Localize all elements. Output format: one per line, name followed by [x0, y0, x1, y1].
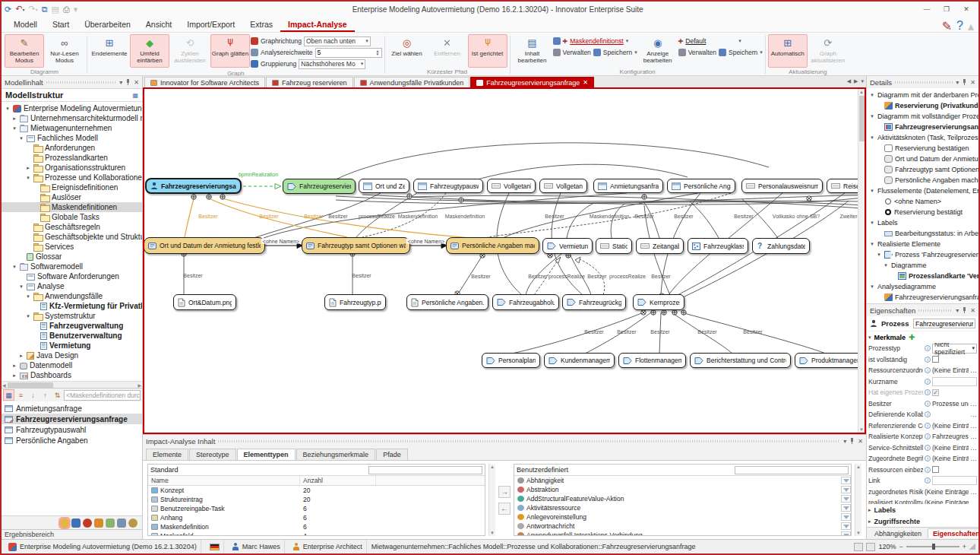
expand-icon[interactable]: ▾ — [876, 252, 882, 258]
tree-item[interactable]: Prozesslandkarten — [2, 153, 142, 163]
collapsed-section-zugriffsrechte[interactable]: ▸Zugriffsrechte — [867, 515, 978, 527]
sort-desc-button[interactable]: ↑ — [40, 389, 51, 401]
sort-asc-button[interactable]: ↓ — [27, 389, 39, 401]
impact-tab-stereotype[interactable]: Stereotype — [189, 449, 236, 460]
tree-item[interactable]: Kfz-Vermietung für Privatkunden — [2, 301, 142, 311]
expand-icon[interactable]: ▾ — [869, 92, 875, 98]
details-item[interactable]: <ohne Namen> — [867, 196, 978, 207]
list-view-button[interactable]: ≡ — [15, 389, 27, 401]
menu-tab-impact-analyse[interactable]: Impact-Analyse — [280, 17, 355, 32]
diagram-node[interactable]: Fahrzeugrückgabe — [562, 294, 626, 310]
tree-item[interactable]: Glossar — [2, 252, 142, 262]
diagram-node[interactable]: Kundenmanagement — [544, 353, 615, 368]
document-tab[interactable]: Fahrzeugreservierungsanfrage✕ — [470, 77, 594, 87]
add-merkmal-icon[interactable]: ✚ — [909, 333, 915, 341]
table-row[interactable]: Maskenfeld4 — [148, 531, 485, 535]
tree-item[interactable]: Services — [2, 242, 142, 252]
diagram-node[interactable]: Vollgetankt? — [487, 179, 536, 193]
diagram-node[interactable]: Fahrzeugtypauswahl — [413, 179, 483, 193]
details-item[interactable]: ▾Diagramm mit vollständiger Prozessanzei… — [867, 111, 978, 122]
pin-icon[interactable] — [962, 79, 967, 85]
tree-item[interactable]: ▾Prozesse und Kollaborationen — [2, 173, 142, 182]
dropdown-icon[interactable]: ▾ — [956, 79, 959, 86]
zoom-out-icon[interactable]: − — [899, 543, 903, 550]
diagram-node[interactable]: Personalplanung — [482, 353, 540, 368]
tree-item[interactable]: Fahrzeugverwaltung — [2, 321, 142, 331]
details-item[interactable]: Reservierung (Privatkunden) — [867, 100, 978, 111]
details-item[interactable]: Reservierung bestätigt — [867, 207, 978, 217]
pin-icon[interactable] — [849, 438, 855, 444]
close-button[interactable]: ✕ — [957, 4, 975, 15]
info-icon[interactable]: i — [925, 357, 931, 363]
expand-icon[interactable]: ▾ — [25, 175, 31, 181]
pin-icon[interactable] — [125, 79, 131, 85]
document-tab[interactable]: Innovator for Software Architects — [144, 77, 265, 87]
inhalt-bearbeiten-button[interactable]: ▤Inhalt bearbeiten — [513, 34, 552, 68]
tree-item[interactable]: ▾Mietwagenunternehmen — [2, 123, 142, 133]
speichern-button[interactable]: Speichern — [603, 49, 632, 56]
property-value[interactable]: (Keine Einträge)… — [932, 455, 977, 462]
expand-icon[interactable]: ▾ — [869, 113, 875, 119]
details-item[interactable]: Bearbeitungsstatus: in Arbeit — [867, 228, 978, 239]
property-value[interactable]: (Keine Einträge)… — [932, 366, 977, 374]
document-tab[interactable]: Fahrzeug reservieren — [266, 77, 353, 87]
diagram-node[interactable]: Zeitangabe — [636, 238, 684, 254]
details-item[interactable]: ▾Diagramme — [867, 260, 978, 271]
tree-item[interactable]: ▾Anwendungsfälle — [2, 291, 142, 301]
table-row[interactable]: Antwortnachricht — [514, 522, 851, 531]
diagram-node[interactable]: ?Zahlungsdaten — [752, 238, 810, 254]
entfernen-button[interactable]: ✕Entfernen — [428, 34, 467, 68]
info-icon[interactable]: i — [925, 467, 931, 473]
property-value[interactable] — [932, 476, 977, 485]
diagram-node[interactable]: Station — [596, 238, 632, 254]
impact-tab-pfade[interactable]: Pfade — [376, 449, 408, 460]
details-item[interactable]: Ort und Datum der Anmietung festleg — [867, 154, 978, 164]
expand-icon[interactable]: ▸ — [868, 519, 871, 525]
expand-icon[interactable]: ▾ — [869, 220, 875, 226]
property-value[interactable] — [932, 466, 977, 473]
ziel-waehlen-button[interactable]: ◎Ziel wählen — [387, 34, 427, 68]
table-row[interactable]: Aktivitätsressource — [514, 503, 851, 512]
diagram-node[interactable]: Produktmanagement — [795, 353, 866, 368]
tree-item[interactable]: Geschäftsregeln — [2, 222, 142, 232]
filter-button[interactable] — [841, 513, 851, 521]
copy-icon[interactable]: ⧉ — [42, 5, 48, 14]
details-item[interactable]: ▾Prozess 'Fahrzeugreservierung' — [867, 249, 978, 260]
collapse-ribbon-icon[interactable]: ▴ — [968, 19, 974, 33]
sync-icon[interactable]: ⟳ — [5, 5, 11, 14]
link-view-icon[interactable] — [117, 519, 126, 528]
diagram-node[interactable]: Fahrzeugtyp samt Optionen wählen — [302, 237, 410, 254]
close-tab-icon[interactable]: ✕ — [583, 79, 588, 86]
mask-search-combo[interactable]: <Maskendefinitionen durc▾ — [64, 390, 141, 401]
diagram-node[interactable]: Vollgetankt? — [539, 179, 587, 193]
resize-grip[interactable] — [969, 544, 975, 550]
style-icon[interactable]: ✎ — [942, 19, 952, 33]
diagram-node[interactable]: Fahrzeugklasse — [688, 238, 748, 254]
details-item[interactable]: Reservierung bestätigen — [867, 143, 978, 154]
analysis-range-spinner[interactable]: 5▲▼ — [315, 48, 382, 58]
expand-icon[interactable]: ▸ — [11, 116, 17, 122]
group-button[interactable]: ⇅ — [52, 389, 63, 401]
diagram-node[interactable]: Fahrzeugabholung — [492, 294, 559, 310]
property-textbox[interactable] — [932, 377, 977, 386]
diagram-node[interactable]: Persönliche Angaben — [667, 179, 735, 193]
ellipsis-button[interactable]: … — [970, 455, 977, 462]
impact-tab-elemente[interactable]: Elemente — [146, 449, 188, 460]
expand-icon[interactable]: ▾ — [869, 241, 875, 247]
tree-item[interactable]: Auslöser — [2, 192, 142, 202]
expand-icon[interactable]: ▾ — [5, 106, 11, 112]
property-value[interactable]: Fahrzeugreserv… — [932, 433, 977, 440]
info-icon[interactable]: i — [925, 401, 931, 407]
table-row[interactable]: AddStructuralFeatureValue-Aktion — [514, 494, 851, 503]
expand-icon[interactable]: ▸ — [868, 507, 871, 513]
zoom-in-icon[interactable]: + — [963, 543, 966, 550]
model-view-icon[interactable] — [71, 519, 81, 528]
umfeld-einfaerben-button[interactable]: ◆Umfeld einfärben — [130, 34, 169, 68]
speichern-button-2[interactable]: Speichern — [729, 49, 757, 56]
diagram-node[interactable]: Fahrzeugtyp.png — [324, 294, 386, 310]
property-value[interactable]: (Keine Einträge)… — [932, 422, 977, 430]
tree-item[interactable]: ▾Enterprise Modeling Autovermietung - De… — [2, 103, 142, 113]
dropdown-icon[interactable]: ▾ — [956, 307, 959, 314]
info-icon[interactable]: i — [925, 345, 931, 351]
ellipsis-button[interactable]: … — [970, 499, 977, 504]
